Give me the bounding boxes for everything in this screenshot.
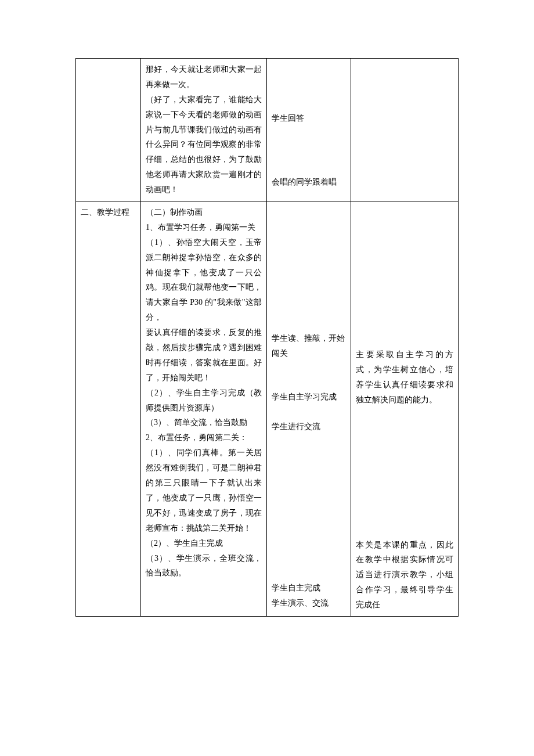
cell-student-1: 学生回答 会唱的同学跟着唱 — [267, 59, 351, 201]
cell-teacher-2: （二）制作动画 1、布置学习任务，勇闯第一关 （1）、孙悟空大闹天空，玉帝派二朗… — [141, 201, 267, 617]
paragraph: 1、布置学习任务，勇闯第一关 — [146, 220, 262, 235]
cell-stage-1 — [76, 59, 141, 201]
paragraph: 本关是本课的重点，因此在教学中根据实际情况可适当进行演示教学，小组合作学习，最终… — [356, 538, 453, 613]
paragraph: （1）、孙悟空大闹天空，玉帝派二朗神捉拿孙悟空，在众多的神仙捉拿下，他变成了一只… — [146, 235, 262, 325]
table-row: 那好，今天就让老师和大家一起再来做一次。 （好了，大家看完了，谁能给大家说一下今… — [76, 59, 459, 201]
paragraph: 学生自主学习完成 — [272, 390, 346, 405]
paragraph: （二）制作动画 — [146, 205, 262, 220]
paragraph: 2、布置任务，勇闯第二关： — [146, 430, 262, 445]
paragraph: 学生自主完成 — [272, 581, 346, 596]
paragraph: 学生进行交流 — [272, 419, 346, 434]
cell-teacher-1: 那好，今天就让老师和大家一起再来做一次。 （好了，大家看完了，谁能给大家说一下今… — [141, 59, 267, 201]
table-row: 二、教学过程 （二）制作动画 1、布置学习任务，勇闯第一关 （1）、孙悟空大闹天… — [76, 201, 459, 617]
paragraph: （好了，大家看完了，谁能给大家说一下今天看的老师做的动画片与前几节课我们做过的动… — [146, 92, 262, 197]
paragraph: （3）、学生演示，全班交流，恰当鼓励。 — [146, 551, 262, 581]
paragraph: 那好，今天就让老师和大家一起再来做一次。 — [146, 62, 262, 92]
paragraph: 学生读、推敲，开始闯关 — [272, 331, 346, 361]
cell-stage-2: 二、教学过程 — [76, 201, 141, 617]
paragraph: 主要采取自主学习的方式，为学生树立信心，培养学生认真仔细读要求和独立解决问题的能… — [356, 347, 453, 408]
lesson-plan-table: 那好，今天就让老师和大家一起再来做一次。 （好了，大家看完了，谁能给大家说一下今… — [75, 58, 459, 617]
paragraph: 学生演示、交流 — [272, 596, 346, 611]
paragraph: （2）、学生自主完成 — [146, 536, 262, 551]
paragraph: 要认真仔细的读要求，反复的推敲，然后按步骤完成？遇到困难时再仔细读，答案就在里面… — [146, 325, 262, 386]
cell-intent-1 — [351, 59, 459, 201]
cell-intent-2: 主要采取自主学习的方式，为学生树立信心，培养学生认真仔细读要求和独立解决问题的能… — [351, 201, 459, 617]
paragraph: （3）、简单交流，恰当鼓励 — [146, 415, 262, 430]
paragraph: （2）、学生自主学习完成（教师提供图片资源库） — [146, 386, 262, 416]
paragraph: 学生回答 — [272, 111, 346, 126]
paragraph: （1）、同学们真棒。第一关居然没有难倒我们，可是二朗神君的第三只眼睛一下子就认出… — [146, 445, 262, 535]
paragraph: 会唱的同学跟着唱 — [272, 175, 346, 190]
cell-student-2: 学生读、推敲，开始闯关 学生自主学习完成 学生进行交流 学生自主完成 学生演示、… — [267, 201, 351, 617]
